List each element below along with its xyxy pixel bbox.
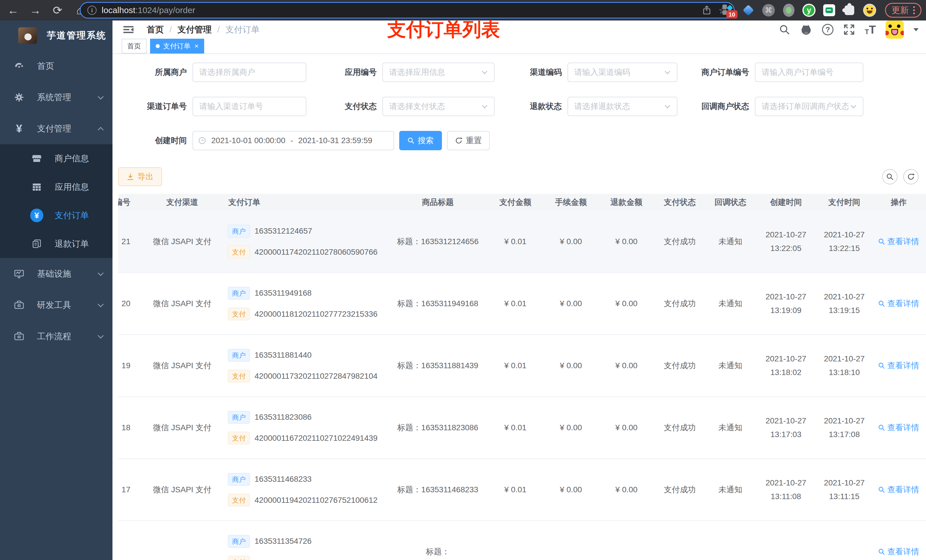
extension-blocks-icon[interactable]: 10 — [722, 4, 735, 17]
share-icon[interactable] — [702, 5, 711, 15]
view-detail-link[interactable]: 查看详情 — [878, 298, 919, 309]
channel-order-no-input[interactable] — [192, 97, 306, 116]
cell-channel — [139, 521, 225, 560]
cell-action: 查看详情 — [872, 211, 926, 272]
sidebar-item-dev-tools[interactable]: 研发工具 — [0, 290, 112, 321]
user-avatar[interactable] — [885, 21, 904, 39]
cell-status: 支付成功 — [654, 273, 706, 334]
sidebar-item-infrastructure[interactable]: 基础设施 — [0, 258, 112, 290]
sidebar-item-label: 支付管理 — [37, 123, 71, 134]
sidebar-item-label: 研发工具 — [37, 299, 71, 311]
logo-avatar — [18, 27, 37, 44]
merchant-input[interactable] — [192, 63, 306, 82]
cell-create-time — [755, 521, 817, 560]
export-button[interactable]: 导出 — [118, 167, 162, 186]
cell-title: 标题：1635311823086 — [387, 397, 488, 459]
refund-status-select[interactable] — [567, 97, 678, 116]
cell-pay-time: 2021-10-2713:11:15 — [817, 459, 872, 521]
reset-button[interactable]: 重置 — [447, 131, 490, 150]
app-select[interactable] — [383, 63, 495, 82]
browser-update-button[interactable]: 更新 — [885, 3, 921, 18]
sidebar-item-home[interactable]: 首页 — [0, 50, 112, 82]
sidebar-item-merchant-info[interactable]: 商户信息 — [0, 144, 112, 173]
view-detail-link[interactable]: 查看详情 — [878, 546, 919, 557]
github-icon[interactable] — [800, 23, 813, 36]
toggle-search-button[interactable] — [882, 169, 897, 184]
search-icon — [878, 548, 885, 555]
date-range-input[interactable]: 2021-10-01 00:00:00 - 2021-10-31 23:59:5… — [192, 131, 394, 150]
cell-fee: ¥ 0.00 — [542, 459, 599, 521]
pay-status-select[interactable] — [383, 97, 495, 116]
refresh-icon — [455, 137, 462, 144]
extension-badge: 10 — [726, 10, 737, 18]
sidebar-item-app-info[interactable]: 应用信息 — [0, 173, 112, 201]
copy-icon — [30, 239, 43, 249]
filter-channel-order-no: 渠道订单号 — [118, 97, 307, 116]
browser-profile-avatar[interactable] — [863, 4, 876, 17]
breadcrumb-pay-manage[interactable]: 支付管理 — [177, 24, 212, 36]
back-icon[interactable]: ← — [7, 4, 20, 17]
view-detail-link[interactable]: 查看详情 — [878, 484, 919, 495]
tag-pay-order[interactable]: 支付订单× — [150, 39, 204, 53]
hamburger-fold-icon[interactable] — [123, 24, 134, 35]
extension-oval-icon[interactable] — [782, 4, 795, 17]
extension-y-icon[interactable]: y — [802, 4, 816, 17]
cell-title: 标题：1635311881439 — [387, 335, 488, 396]
cell-action: 查看详情 — [872, 459, 926, 521]
close-icon[interactable]: × — [195, 42, 198, 50]
sidebar-item-pay-order[interactable]: ¥ 支付订单 — [0, 201, 112, 229]
pay-tag: 支付 — [228, 246, 250, 258]
extension-chat-icon[interactable] — [823, 4, 836, 17]
cell-pay-time: 2021-10-2713:17:08 — [817, 397, 872, 459]
cell-action: 查看详情 — [872, 397, 926, 459]
page-title: 支付订单列表 — [387, 17, 500, 42]
avatar-caret-icon[interactable] — [914, 28, 918, 31]
sidebar-item-pay[interactable]: ¥ 支付管理 — [0, 113, 112, 144]
sidebar-item-workflow[interactable]: 工作流程 — [0, 321, 112, 352]
address-bar[interactable]: i localhost:1024/pay/order ☆ — [80, 2, 735, 18]
cell-id: 20 — [118, 273, 139, 334]
browser-menu-icon[interactable] — [913, 6, 915, 14]
merchant-order-no-input[interactable] — [755, 63, 863, 82]
extension-command-icon[interactable]: ⌘ — [762, 4, 775, 17]
cell-pay-order: 商户1635311881440 支付4200001173202110272847… — [225, 335, 387, 396]
cell-create-time: 2021-10-2713:11:08 — [755, 459, 817, 521]
cell-action: 查看详情 — [872, 521, 926, 560]
app-logo[interactable]: 芋道管理系统 — [0, 21, 112, 50]
tag-home[interactable]: 首页 — [122, 39, 147, 53]
cell-pay-time: 2021-10-2713:22:15 — [817, 211, 872, 272]
channel-code-select[interactable] — [567, 63, 678, 82]
filter-merchant: 所属商户 — [118, 63, 307, 82]
cell-status — [654, 521, 706, 560]
help-icon[interactable]: ? — [822, 24, 834, 35]
yen-icon: ¥ — [12, 123, 26, 134]
view-detail-link[interactable]: 查看详情 — [878, 360, 919, 371]
sidebar-item-refund-order[interactable]: 退款订单 — [0, 229, 112, 258]
chevron-down-icon — [98, 332, 104, 338]
view-detail-link[interactable]: 查看详情 — [878, 422, 919, 433]
sidebar-item-label: 系统管理 — [37, 92, 71, 103]
notify-status-select[interactable] — [755, 97, 863, 116]
cell-refund: ¥ 0.00 — [599, 335, 654, 396]
orders-table: 编号 支付渠道 支付订单 商品标题 支付金额 手续金额 退款金额 支付状态 回调… — [118, 194, 926, 560]
extension-gem-icon[interactable] — [742, 4, 755, 17]
cell-pay-time: 2021-10-2713:19:15 — [817, 273, 872, 334]
font-size-icon[interactable]: TT — [865, 24, 876, 35]
pay-tag: 支付 — [228, 308, 250, 320]
search-button[interactable]: 搜索 — [399, 131, 442, 150]
cell-id: 21 — [118, 211, 139, 272]
breadcrumb-home[interactable]: 首页 — [147, 24, 164, 36]
cell-title: 标题：1635311468233 — [387, 459, 488, 521]
reload-icon[interactable]: ⟳ — [51, 4, 64, 17]
cell-pay-order: 商户1635311354726 支付 — [225, 521, 387, 560]
sidebar-item-system[interactable]: 系统管理 — [0, 82, 112, 113]
table-row: 20 微信 JSAPI 支付 商户1635311949168 支付4200001… — [118, 273, 926, 335]
refresh-table-button[interactable] — [903, 169, 918, 184]
view-detail-link[interactable]: 查看详情 — [878, 236, 919, 247]
site-info-icon[interactable]: i — [88, 6, 97, 15]
merchant-tag: 商户 — [228, 349, 250, 362]
extensions-puzzle-icon[interactable] — [843, 4, 856, 17]
fullscreen-icon[interactable] — [843, 24, 855, 36]
search-icon[interactable] — [779, 24, 790, 35]
forward-icon[interactable]: → — [29, 4, 42, 17]
